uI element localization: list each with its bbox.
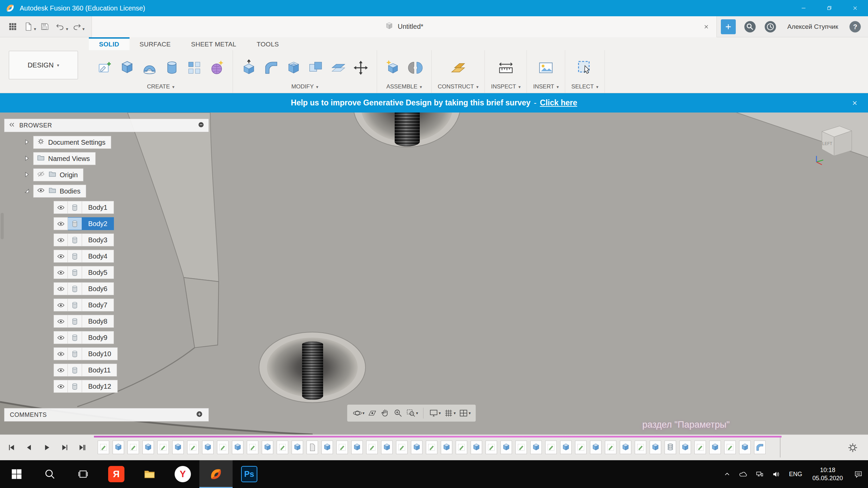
action-center-icon[interactable] [848, 460, 868, 488]
timeline-feature-extrude[interactable] [202, 441, 214, 454]
timeline-feature-fillet[interactable] [754, 441, 766, 454]
ribbon-group-label-modify[interactable]: MODIFY▾ [291, 83, 318, 92]
visibility-eye-icon[interactable] [37, 186, 45, 196]
body-icon[interactable] [68, 233, 82, 246]
timeline-feature-extrude[interactable] [679, 441, 691, 454]
timeline-feature-extrude[interactable] [500, 441, 512, 454]
body-label[interactable]: Body11 [82, 364, 117, 377]
form-icon[interactable] [207, 58, 226, 78]
visibility-eye-icon[interactable] [54, 217, 68, 230]
viewport-canvas[interactable]: LEFT BROWSER Document SettingsNamed View… [0, 113, 868, 434]
orbit-caret-icon[interactable]: ▾ [362, 411, 364, 415]
ribbon-group-label-insert[interactable]: INSERT▾ [533, 83, 559, 92]
user-account-button[interactable]: Алексей Ступчик [787, 23, 838, 30]
browser-body-body8[interactable]: Body8 [54, 313, 209, 329]
visibility-eye-icon[interactable] [54, 315, 68, 328]
extrude-icon[interactable] [117, 58, 137, 78]
timeline-feature-extrude[interactable] [560, 441, 572, 454]
visibility-eye-icon[interactable] [54, 380, 68, 393]
volume-icon[interactable] [768, 460, 784, 488]
timeline-settings-gear-icon[interactable] [846, 441, 859, 454]
browser-item-bodies[interactable]: Bodies [4, 183, 209, 199]
browser-body-body1[interactable]: Body1 [54, 199, 209, 216]
add-comment-icon[interactable] [196, 410, 203, 419]
ribbon-tab-solid[interactable]: SOLID [89, 37, 130, 50]
body-label[interactable]: Body12 [82, 380, 118, 393]
display-icon[interactable] [428, 407, 440, 419]
insert-image-icon[interactable] [536, 58, 556, 78]
viewports-icon[interactable] [457, 407, 470, 419]
browser-collapse-all-icon[interactable] [198, 121, 204, 129]
new-tab-button[interactable] [721, 19, 736, 34]
timeline-feature-extrude[interactable] [590, 441, 601, 454]
construct-plane-icon[interactable] [448, 58, 468, 78]
timeline-feature-sketch[interactable] [515, 441, 527, 454]
timeline-feature-extrude[interactable] [471, 441, 482, 454]
tab-close-icon[interactable] [701, 21, 712, 32]
workspace-selector-design[interactable]: DESIGN▾ [9, 51, 78, 79]
timeline-feature-extrude[interactable] [292, 441, 303, 454]
timeline-feature-sketch[interactable] [575, 441, 587, 454]
task-view-icon[interactable] [66, 460, 100, 488]
taskbar-search-icon[interactable] [33, 460, 66, 488]
timeline-step-back-button[interactable] [22, 440, 36, 455]
browser-body-body6[interactable]: Body6 [54, 281, 209, 297]
timeline-feature-extrude[interactable] [620, 441, 631, 454]
revolve-icon[interactable] [140, 58, 159, 78]
body-icon[interactable] [68, 250, 82, 263]
body-label[interactable]: Body5 [82, 266, 114, 279]
timeline-feature-extrude[interactable] [172, 441, 184, 454]
visibility-eye-icon[interactable] [54, 299, 68, 311]
timeline-feature-extrude[interactable] [441, 441, 452, 454]
timeline-skip-end-button[interactable] [75, 440, 89, 455]
timeline-feature-sketch[interactable] [545, 441, 557, 454]
timeline-feature-sketch[interactable] [157, 441, 169, 454]
select-cursor-icon[interactable] [575, 58, 595, 78]
visibility-eye-icon[interactable] [54, 250, 68, 263]
visibility-eye-icon[interactable] [54, 331, 68, 344]
body-icon[interactable] [68, 315, 82, 328]
timeline-feature-sketch[interactable] [336, 441, 348, 454]
banner-close-icon[interactable] [849, 97, 861, 109]
body-icon[interactable] [68, 364, 82, 377]
help-icon[interactable]: ? [848, 20, 862, 34]
file-explorer-icon[interactable] [133, 460, 166, 488]
body-icon[interactable] [68, 282, 82, 295]
timeline-feature-sketch[interactable] [247, 441, 258, 454]
timeline-feature-extrude[interactable] [232, 441, 243, 454]
fillet-icon[interactable] [261, 58, 281, 78]
press-pull-icon[interactable] [239, 58, 259, 78]
body-label[interactable]: Body8 [82, 315, 114, 328]
ribbon-group-label-select[interactable]: SELECT▾ [571, 83, 598, 92]
create-sketch-icon[interactable] [95, 58, 115, 78]
timeline-feature-extrude[interactable] [530, 441, 542, 454]
timeline-step-forward-button[interactable] [58, 440, 71, 455]
body-icon[interactable] [68, 347, 82, 360]
ribbon-group-label-create[interactable]: CREATE▾ [147, 83, 174, 92]
redo-caret-icon[interactable]: ▾ [82, 26, 85, 32]
fit-caret-icon[interactable]: ▾ [416, 411, 418, 415]
browser-body-body2[interactable]: Body2 [54, 216, 209, 232]
timeline-feature-doc[interactable] [307, 441, 318, 454]
visibility-eye-icon[interactable] [54, 201, 68, 214]
banner-link[interactable]: Click here [540, 98, 577, 107]
ribbon-tab-tools[interactable]: TOOLS [246, 37, 289, 50]
timeline-feature-sketch[interactable] [366, 441, 378, 454]
collapse-panel-icon[interactable] [8, 121, 15, 129]
timeline-feature-extrude[interactable] [262, 441, 273, 454]
shell-icon[interactable] [284, 58, 303, 78]
browser-body-body7[interactable]: Body7 [54, 297, 209, 313]
body-icon[interactable] [68, 380, 82, 393]
timeline-feature-sketch[interactable] [426, 441, 437, 454]
browser-body-body4[interactable]: Body4 [54, 248, 209, 264]
body-label[interactable]: Body1 [82, 201, 114, 214]
timeline-feature-sketch[interactable] [217, 441, 229, 454]
timeline-feature-sketch[interactable] [127, 441, 139, 454]
tray-expand-icon[interactable] [719, 460, 735, 488]
browser-body-body5[interactable]: Body5 [54, 264, 209, 281]
display-caret-icon[interactable]: ▾ [439, 411, 441, 415]
undo-caret-icon[interactable]: ▾ [66, 26, 68, 32]
timeline-feature-sketch[interactable] [456, 441, 467, 454]
body-label[interactable]: Body6 [82, 282, 114, 295]
expand-arrow-icon[interactable] [23, 171, 31, 179]
